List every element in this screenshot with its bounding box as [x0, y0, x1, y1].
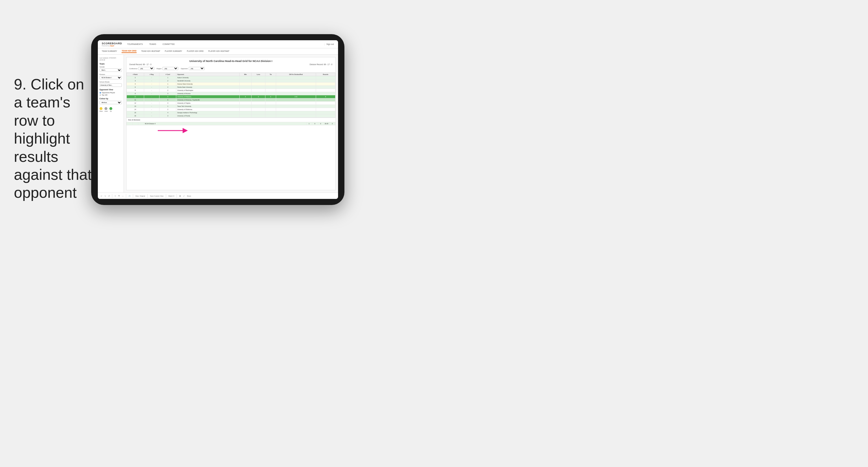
save-custom-button[interactable]: Save Custom View — [150, 195, 163, 197]
win-cell — [239, 101, 251, 105]
table-row[interactable]: 14-2University of Oklahoma — [126, 108, 335, 111]
school-input[interactable] — [99, 83, 122, 87]
opponents-played-option[interactable]: Opponents Played — [99, 92, 122, 93]
reg-cell: - — [144, 86, 159, 89]
ood-diff: 26.00 — [323, 122, 329, 125]
tie-cell — [266, 89, 276, 92]
colour-by-select[interactable]: Win/loss — [99, 101, 122, 104]
undo-button[interactable]: ↩ — [101, 195, 102, 197]
opponents-played-radio[interactable] — [99, 92, 101, 93]
reg-cell: - — [144, 76, 159, 79]
tab-player-h2h-grid[interactable]: PLAYER H2H GRID — [187, 50, 204, 53]
col-rank: # Rank — [126, 73, 144, 76]
redo-button[interactable]: ↪ — [104, 195, 106, 197]
gender-select[interactable]: Men's — [99, 68, 122, 72]
rounds-cell — [316, 89, 335, 92]
diff-cell — [276, 83, 316, 86]
opponent-cell: University of Florida — [176, 114, 239, 118]
nav-item-tournaments[interactable]: TOURNAMENTS — [127, 43, 144, 45]
win-cell — [239, 89, 251, 92]
toolbar-divider-2 — [126, 194, 126, 198]
more-button[interactable]: ⋯ — [122, 195, 124, 197]
rank-cell: 4 — [126, 83, 144, 86]
tie-cell — [266, 108, 276, 111]
toolbar-divider-3 — [133, 194, 133, 198]
win-cell: 3 — [239, 95, 251, 98]
sign-out-link[interactable]: Sign out — [327, 43, 334, 45]
table-row[interactable]: 8-2University of Washington — [126, 89, 335, 92]
tab-player-h2h-heatmap[interactable]: PLAYER H2H HEATMAP — [208, 50, 229, 53]
reg-cell: - — [144, 92, 159, 95]
nav-divider: | — [324, 43, 325, 45]
nav-item-committee[interactable]: COMMITTEE — [162, 43, 176, 45]
table-row[interactable]: 6-2Florida State University — [126, 86, 335, 89]
table-row[interactable]: 12-3University of Virginia — [126, 101, 335, 105]
tablet-shell: SCOREBOARD Powered by clippd TOURNAMENTS… — [91, 34, 344, 205]
rank-cell: 9 — [126, 92, 144, 95]
region-filter-select[interactable]: (All) — [162, 67, 178, 70]
h2h-data-table: # Rank # Reg # Conf Opponent Win Loss Ti… — [126, 73, 336, 118]
top100-label: Top 100 — [102, 94, 108, 96]
table-row[interactable]: 11-6University of Arkansas, Fayetteville — [126, 98, 335, 101]
table-row[interactable]: 15-4Georgia Institute of Technology — [126, 111, 335, 114]
filters-row: Conference (All) Region (All) — [129, 67, 333, 70]
rank-cell: 11 — [126, 95, 144, 98]
rounds-cell — [316, 98, 335, 101]
toolbar-divider-6 — [177, 194, 177, 198]
ood-name: NCAA Division II — [144, 122, 306, 125]
loss-cell — [251, 98, 266, 101]
col-conf: # Conf — [159, 73, 176, 76]
copy-paste-button[interactable]: ⧉ — [118, 195, 120, 197]
reset-button[interactable]: ↺ — [108, 195, 110, 197]
screen-button[interactable]: 🖥 — [179, 195, 181, 197]
win-cell — [239, 105, 251, 108]
reg-cell: - — [144, 114, 159, 118]
diff-cell — [276, 92, 316, 95]
tab-team-h2h-heatmap[interactable]: TEAM H2H HEATMAP — [141, 50, 160, 53]
diff-cell — [276, 98, 316, 101]
diff-cell — [276, 108, 316, 111]
clock-button[interactable]: 🕐 — [128, 195, 130, 197]
table-row[interactable]: 16-3University of Florida — [126, 114, 335, 118]
reg-cell: - — [144, 98, 159, 101]
table-row[interactable]: 11-5University of Alabama3002.618 — [126, 95, 335, 98]
legend-down: Down — [99, 107, 103, 112]
tab-team-summary[interactable]: TEAM SUMMARY — [102, 50, 117, 53]
ood-loss: 0 — [312, 122, 318, 125]
top100-option[interactable]: Top 100 — [99, 94, 122, 96]
tab-player-summary[interactable]: PLAYER SUMMARY — [165, 50, 182, 53]
report-header: University of North Carolina Head-to-Hea… — [126, 57, 336, 73]
conference-filter-select[interactable]: (All) — [138, 67, 154, 70]
top100-radio[interactable] — [99, 94, 101, 96]
share-button[interactable]: Share — [187, 195, 191, 197]
watch-button[interactable]: Watch ▾ — [168, 195, 174, 197]
division-record: Division Record: 88 - 17 - 0 — [310, 63, 333, 65]
rank-cell: 14 — [126, 108, 144, 111]
logo-scoreboard: SCOREBOARD — [102, 42, 122, 45]
region-filter-label: Region — [157, 68, 161, 69]
conference-filter: Conference (All) — [129, 67, 154, 70]
nav-item-teams[interactable]: TEAMS — [149, 43, 157, 45]
cut-button[interactable]: ✂ — [115, 195, 116, 197]
table-row[interactable]: 3-2Vanderbilt University — [126, 79, 335, 83]
tab-team-h2h-grid[interactable]: TEAM H2H GRID — [122, 50, 136, 53]
table-row[interactable]: 13-1Texas Tech University — [126, 105, 335, 108]
loss-cell — [251, 76, 266, 79]
expand-button[interactable]: ⤢ — [183, 195, 185, 197]
tie-cell — [266, 76, 276, 79]
gender-label: Gender — [99, 66, 122, 68]
view-original-button[interactable]: View: Original — [135, 195, 145, 197]
col-diff: Diff Av Strokes/Rnd — [276, 73, 316, 76]
rounds-cell — [316, 83, 335, 86]
table-row[interactable]: 2-1Auburn University — [126, 76, 335, 79]
out-of-division-row[interactable]: NCAA Division II 1 0 0 26.00 3 — [126, 122, 335, 125]
opponent-cell: Georgia Institute of Technology — [176, 111, 239, 114]
table-row[interactable]: 4-1Arizona State University — [126, 83, 335, 86]
conf-cell: 1 — [159, 105, 176, 108]
rounds-cell — [316, 76, 335, 79]
table-row[interactable]: 9-3University of Arizona — [126, 92, 335, 95]
division-select[interactable]: NCAA Division I — [99, 76, 122, 79]
opponent-filter-select[interactable]: (All) — [189, 67, 205, 70]
colour-by-title: Colour by — [99, 97, 122, 99]
report-title: University of North Carolina Head-to-Hea… — [129, 60, 333, 62]
